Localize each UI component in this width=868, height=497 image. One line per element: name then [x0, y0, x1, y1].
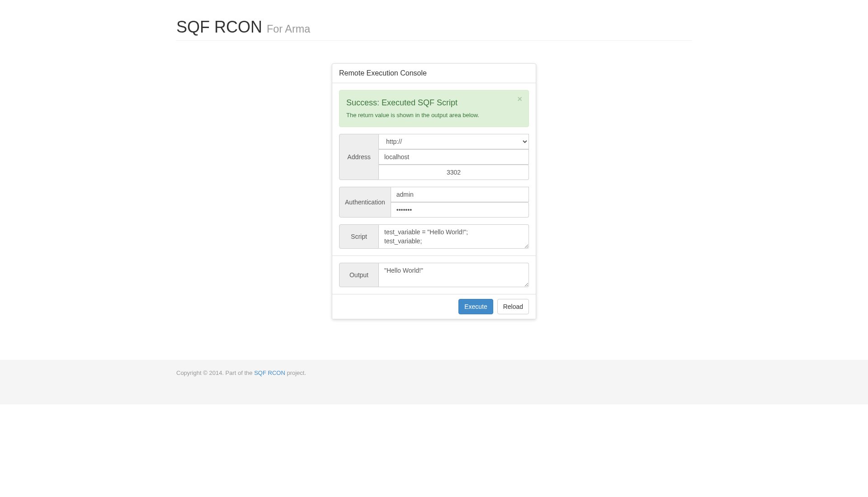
execute-button[interactable]: Execute — [458, 299, 493, 314]
page-title: SQF RCON For Arma — [176, 18, 692, 36]
port-input[interactable] — [379, 165, 529, 180]
panel-body-main: × Success: Executed SQF Script The retur… — [332, 83, 536, 255]
footer-link[interactable]: SQF RCON — [254, 369, 285, 376]
footer-suffix: project. — [285, 369, 306, 376]
alert-close-button[interactable]: × — [517, 95, 522, 103]
password-input[interactable] — [391, 202, 529, 218]
alert-heading: Success: Executed SQF Script — [346, 97, 522, 109]
output-group: Output "Hello World!" — [339, 263, 529, 287]
footer-prefix: Copyright © 2014. Part of the — [176, 369, 254, 376]
script-textarea[interactable]: test_variable = "Hello World!"; test_var… — [379, 224, 529, 249]
panel-body-output: Output "Hello World!" — [332, 256, 536, 294]
page-header: SQF RCON For Arma — [176, 18, 692, 41]
footer-text: Copyright © 2014. Part of the SQF RCON p… — [176, 369, 692, 378]
host-input[interactable] — [379, 149, 529, 165]
address-label: Address — [339, 134, 379, 180]
output-textarea[interactable]: "Hello World!" — [379, 263, 529, 287]
auth-label: Authentication — [339, 187, 391, 218]
page-footer: Copyright © 2014. Part of the SQF RCON p… — [0, 360, 868, 405]
close-icon: × — [517, 95, 522, 104]
success-alert: × Success: Executed SQF Script The retur… — [339, 90, 529, 127]
page-title-sub: For Arma — [267, 23, 310, 35]
output-label: Output — [339, 263, 379, 287]
address-group: Address http:// — [339, 134, 529, 180]
page-title-main: SQF RCON — [176, 18, 262, 36]
alert-body: The return value is shown in the output … — [346, 111, 522, 120]
auth-group: Authentication — [339, 187, 529, 218]
protocol-select[interactable]: http:// — [379, 134, 529, 149]
console-panel: Remote Execution Console × Success: Exec… — [332, 63, 536, 319]
username-input[interactable] — [391, 187, 529, 202]
panel-title: Remote Execution Console — [332, 64, 536, 84]
reload-button[interactable]: Reload — [497, 299, 529, 314]
panel-footer: Execute Reload — [332, 294, 536, 319]
script-label: Script — [339, 224, 379, 249]
script-group: Script test_variable = "Hello World!"; t… — [339, 224, 529, 249]
